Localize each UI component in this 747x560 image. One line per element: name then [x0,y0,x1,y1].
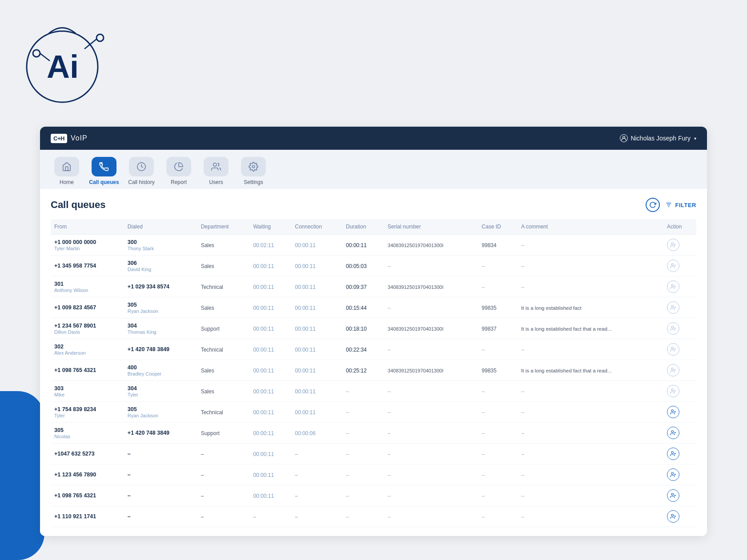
cell-duration: 00:18:10 [342,318,384,339]
cell-action [663,381,696,402]
cell-connection: 00:00:11 [291,402,342,423]
tab-report[interactable]: Report [161,157,197,185]
tab-home[interactable]: Home [49,157,84,185]
action-button[interactable] [667,448,679,460]
tab-users[interactable]: Users [198,157,234,185]
col-connection: Connection [291,219,342,235]
cell-connection: 00:00:06 [291,423,342,444]
col-action: Action [663,219,696,235]
cell-case-id: – [478,485,518,506]
action-button[interactable] [667,468,679,481]
tab-settings[interactable]: Settings [236,157,271,185]
cell-dialed: 300 Thony Stark [124,235,197,256]
tab-call-history[interactable]: Call history [124,157,159,185]
col-dialed: Dialed [124,219,197,235]
cell-case-id: 99835 [478,297,518,318]
action-button[interactable] [667,510,679,523]
action-button[interactable] [667,301,679,314]
table-row: +1 098 765 4321 400 Bradley Cooper Sales… [51,360,696,381]
svg-point-44 [671,452,674,454]
cell-comment: – [518,339,663,360]
cell-dialed: +1 029 334 8574 [124,276,197,297]
tab-home-icon-wrap [54,157,79,176]
cell-dialed: +1 420 748 3849 [124,339,197,360]
cell-connection: 00:00:11 [291,297,342,318]
cell-dialed: 305 Ryan Jackson [124,297,197,318]
action-button[interactable] [667,239,679,251]
action-button[interactable] [667,427,679,439]
cell-dialed: +1 420 748 3849 [124,423,197,444]
svg-point-29 [671,347,674,349]
cell-duration: 00:09:37 [342,276,384,297]
table-row: 303 Mike 304 Tyler Sales00:00:1100:00:11… [51,381,696,402]
content-area: Call queues FILTER [40,189,707,536]
call-queues-table: From Dialed Department Waiting Connectio… [51,219,696,527]
brand-logo-area: C+H VoIP [51,134,88,143]
svg-point-26 [671,326,674,328]
action-button[interactable] [667,280,679,293]
cell-department: Sales [197,235,250,256]
cell-serial: – [384,444,478,464]
tab-call-history-label: Call history [128,179,154,185]
table-row: +1 754 839 8234 Tyler 305 Ryan Jackson T… [51,402,696,423]
svg-point-50 [671,493,674,496]
cell-case-id: – [478,276,518,297]
cell-department: Sales [197,297,250,318]
action-button[interactable] [667,322,679,335]
table-row: +1 234 567 8901 Dillon Davis 304 Thomas … [51,318,696,339]
cell-case-id: – [478,423,518,444]
cell-serial: 34083912501970401300I [384,360,478,381]
ai-logo-area: Ai [13,13,138,138]
cell-duration: 00:25:12 [342,360,384,381]
cell-department: – [197,444,250,464]
user-icon [620,134,628,142]
cell-case-id: – [478,381,518,402]
cell-action [663,235,696,256]
cell-comment: It is a long established fact that a rea… [518,360,663,381]
col-duration: Duration [342,219,384,235]
cell-waiting: 00:00:11 [249,423,291,444]
action-button[interactable] [667,364,679,376]
cell-duration: – [342,485,384,506]
cell-case-id: – [478,402,518,423]
svg-point-32 [671,368,674,370]
tab-call-queues[interactable]: Call queues [86,157,122,185]
cell-connection: – [291,464,342,485]
cell-serial: – [384,485,478,506]
user-menu[interactable]: Nicholas Joseph Fury ▾ [620,134,696,142]
cell-department: Technical [197,339,250,360]
table-row: +1 123 456 7890 – –00:00:11––––– [51,464,696,485]
action-button[interactable] [667,385,679,397]
cell-comment: It is a long established fact that a rea… [518,318,663,339]
cell-department: – [197,464,250,485]
svg-point-17 [671,264,674,266]
refresh-button[interactable] [646,198,660,212]
action-button[interactable] [667,260,679,272]
cell-comment: – [518,423,663,444]
svg-point-14 [671,243,674,245]
svg-point-2 [96,34,104,41]
blue-blob-decoration [0,391,44,560]
action-button[interactable] [667,343,679,356]
svg-point-47 [671,472,674,475]
cell-waiting: 00:00:11 [249,297,291,318]
action-button[interactable] [667,406,679,418]
cell-department: Support [197,423,250,444]
cell-department: Sales [197,256,250,276]
cell-action [663,464,696,485]
cell-from: 302 Alex Anderson [51,339,124,360]
col-comment: A comment [518,219,663,235]
table-row: 302 Alex Anderson +1 420 748 3849 Techni… [51,339,696,360]
cell-connection: – [291,506,342,527]
cell-duration: – [342,464,384,485]
cell-duration: – [342,402,384,423]
svg-point-41 [671,431,674,433]
cell-case-id: – [478,256,518,276]
tab-call-queues-label: Call queues [89,179,119,185]
cell-connection: 00:00:11 [291,318,342,339]
cell-comment: – [518,235,663,256]
action-button[interactable] [667,489,679,502]
filter-button[interactable]: FILTER [665,201,696,208]
tab-report-icon-wrap [166,157,191,176]
svg-text:Ai: Ai [47,49,79,84]
